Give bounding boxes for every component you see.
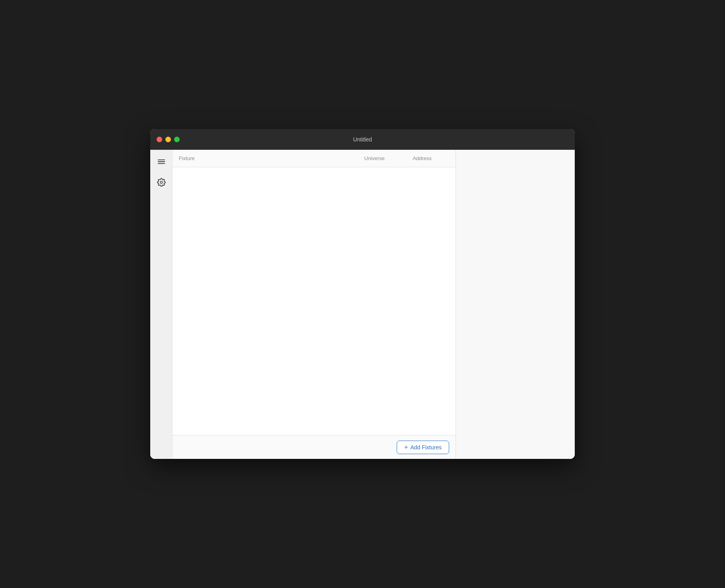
column-header-address: Address: [398, 155, 446, 161]
settings-button[interactable]: [155, 176, 168, 189]
window-body: Fixture Universe Address + Add Fixtures: [150, 150, 575, 459]
table-header: Fixture Universe Address: [173, 150, 456, 167]
minimize-button[interactable]: [165, 137, 171, 142]
plus-icon: +: [404, 444, 408, 451]
app-window: Untitled Fixture: [150, 129, 575, 459]
main-content: Fixture Universe Address + Add Fixtures: [173, 150, 456, 459]
table-footer: + Add Fixtures: [173, 435, 456, 459]
right-panel: [456, 150, 575, 459]
titlebar: Untitled: [150, 129, 575, 150]
settings-icon: [157, 178, 166, 187]
window-title: Untitled: [353, 136, 372, 143]
column-header-universe: Universe: [351, 155, 398, 161]
close-button[interactable]: [157, 137, 162, 142]
table-body: [173, 167, 456, 435]
sidebar: [150, 150, 173, 459]
svg-point-3: [160, 181, 163, 184]
traffic-lights: [157, 137, 180, 142]
add-fixtures-button[interactable]: + Add Fixtures: [397, 441, 449, 454]
column-header-fixture: Fixture: [179, 155, 351, 161]
hamburger-icon: [157, 157, 166, 166]
maximize-button[interactable]: [174, 137, 180, 142]
add-fixtures-label: Add Fixtures: [410, 444, 442, 451]
hamburger-menu-button[interactable]: [155, 155, 168, 168]
